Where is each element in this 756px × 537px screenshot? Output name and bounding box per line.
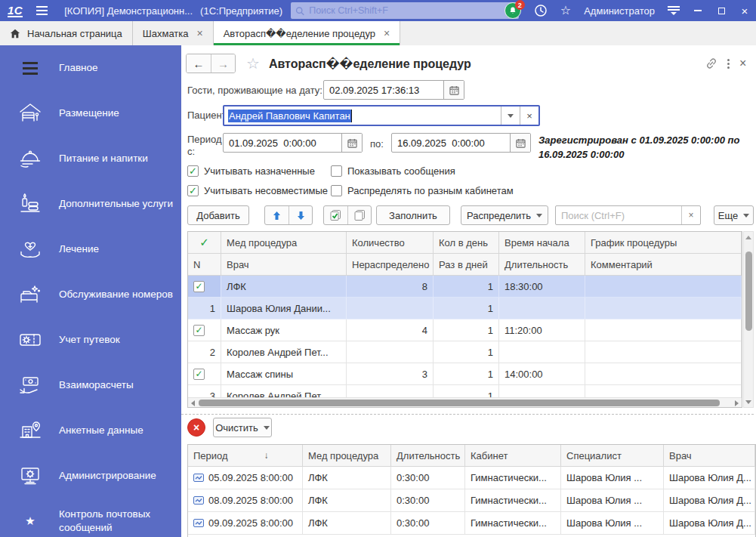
column-header[interactable]: График процедуры: [585, 232, 742, 254]
move-down-button[interactable]: [289, 206, 312, 224]
add-button[interactable]: Добавить: [187, 205, 249, 225]
more-menu-icon[interactable]: [727, 59, 730, 69]
notifications-icon[interactable]: 2: [505, 2, 521, 19]
current-user[interactable]: Администратор: [584, 5, 655, 17]
cell-doctor[interactable]: Шарова Юлия Д...: [664, 512, 755, 535]
vertical-scrollbar[interactable]: [743, 231, 754, 408]
period-from-value[interactable]: 01.09.2025 0:00:00: [224, 137, 341, 149]
more-button[interactable]: Еще: [714, 205, 754, 225]
cell-specialist[interactable]: Шарова Юлия ...: [561, 489, 664, 512]
cell-start-time[interactable]: 18:30:00: [499, 276, 585, 298]
table-row[interactable]: 09.09.2025 8:00:00 ЛФК 0:30:00 Гимнастич…: [188, 512, 755, 535]
move-up-button[interactable]: [265, 206, 289, 224]
close-window-button[interactable]: ×: [739, 5, 750, 16]
patient-field[interactable]: Андрей Павлович Капитан ×: [223, 105, 540, 126]
cell-procedure[interactable]: ЛФК: [303, 512, 391, 535]
cell-procedure[interactable]: ЛФК: [303, 467, 391, 489]
cell-per-day[interactable]: 1: [434, 363, 499, 385]
cell-room[interactable]: Гимнастически...: [465, 489, 561, 512]
cell-comment[interactable]: [585, 341, 742, 363]
checkbox-uchityvat-nesovmestimye[interactable]: Учитывать несовместимые: [187, 185, 328, 196]
scroll-down-icon[interactable]: [744, 397, 753, 406]
cell-duration[interactable]: [499, 341, 585, 363]
scrollbar-thumb[interactable]: [199, 400, 720, 406]
hamburger-menu-icon[interactable]: [36, 6, 48, 15]
sidebar-item-administrirovanie[interactable]: Администрирование: [0, 453, 181, 498]
cell-comment[interactable]: [585, 298, 742, 319]
global-search-input[interactable]: [309, 5, 514, 16]
column-header[interactable]: Период↓: [188, 445, 303, 467]
row-checkbox[interactable]: [193, 325, 205, 336]
cell-doctor[interactable]: Королев Андрей Пет...: [221, 341, 347, 363]
cell-start-time[interactable]: 11:20:00: [499, 319, 585, 341]
column-header[interactable]: N: [188, 254, 221, 276]
row-checkbox[interactable]: [193, 281, 205, 292]
maximize-button[interactable]: [716, 5, 727, 16]
period-to-value[interactable]: 16.09.2025 0:00:00: [392, 137, 510, 149]
minimize-button[interactable]: [693, 5, 703, 16]
column-header[interactable]: Количество: [347, 232, 434, 254]
cell-undistributed[interactable]: [347, 298, 434, 319]
column-header[interactable]: Кабинет: [465, 445, 561, 467]
history-icon[interactable]: [534, 4, 548, 17]
column-header[interactable]: Длительность: [499, 254, 585, 276]
cell-procedure[interactable]: Массаж спины: [221, 363, 347, 385]
scroll-right-icon[interactable]: [732, 398, 742, 408]
sidebar-item-glavnoe[interactable]: Главное: [0, 45, 181, 91]
cell-quantity[interactable]: 3: [347, 363, 434, 385]
cell-specialist[interactable]: Шарова Юлия ...: [561, 512, 664, 535]
cell-number[interactable]: 1: [188, 298, 221, 319]
column-header[interactable]: Комментарий: [585, 254, 742, 276]
column-header[interactable]: Мед процедура: [303, 445, 391, 467]
table-row[interactable]: 2 Королев Андрей Пет... 1: [188, 341, 742, 363]
tab-close-icon[interactable]: ×: [196, 28, 202, 39]
cell-quantity[interactable]: 8: [347, 276, 434, 298]
scroll-up-icon[interactable]: [744, 233, 753, 242]
calendar-icon[interactable]: [443, 81, 464, 99]
guests-date-value[interactable]: 02.09.2025 17:36:13: [324, 85, 443, 96]
search-clear-icon[interactable]: ×: [681, 206, 700, 224]
uncheck-all-button[interactable]: [347, 206, 371, 224]
table-row[interactable]: Массаж рук 4 1 11:20:00: [188, 319, 742, 341]
table-search-input[interactable]: [556, 210, 681, 221]
cell-quantity[interactable]: 4: [347, 319, 434, 341]
cell-doctor[interactable]: Шарова Юлия Дании...: [221, 298, 347, 319]
global-search[interactable]: [291, 2, 519, 19]
column-header[interactable]: Мед процедура: [221, 232, 347, 254]
checkbox-icon[interactable]: [187, 165, 199, 177]
splitter[interactable]: [181, 414, 754, 415]
favorite-star-icon[interactable]: ☆: [246, 54, 260, 73]
cell-schedule[interactable]: [585, 276, 742, 298]
table-search[interactable]: ×: [555, 205, 701, 225]
cell-per-day[interactable]: 1: [434, 319, 499, 341]
checkbox-raspredelyat-po-kabinetam[interactable]: Распределять по разным кабинетам: [331, 185, 514, 196]
row-checkbox[interactable]: [193, 369, 205, 380]
sidebar-item-putevki[interactable]: Учет путевок: [0, 317, 181, 363]
clear-button[interactable]: Очистить: [213, 418, 272, 437]
sidebar-item-uslugi[interactable]: Дополнительные услуги: [0, 181, 181, 227]
tab-shahmatka[interactable]: Шахматка ×: [133, 21, 214, 45]
checkbox-icon[interactable]: [187, 185, 199, 196]
sidebar-item-lechenie[interactable]: Лечение: [0, 227, 181, 272]
sidebar-item-pitanie[interactable]: Питание и напитки: [0, 136, 181, 181]
copy-link-icon[interactable]: [705, 57, 717, 69]
cell-undistributed[interactable]: [347, 341, 434, 363]
calendar-icon[interactable]: [341, 134, 362, 152]
service-menu-icon[interactable]: [668, 6, 680, 15]
fill-button[interactable]: Заполнить: [376, 205, 450, 225]
cell-procedure[interactable]: ЛФК: [303, 489, 391, 512]
calendar-icon[interactable]: [510, 134, 530, 152]
cell-schedule[interactable]: [585, 319, 742, 341]
guests-date-field[interactable]: 02.09.2025 17:36:13: [323, 80, 464, 100]
cell-per-day[interactable]: 1: [434, 276, 499, 298]
distribute-button[interactable]: Распределить: [461, 205, 548, 225]
forward-button[interactable]: →: [211, 54, 235, 73]
cell-schedule[interactable]: [585, 363, 742, 385]
cell-procedure[interactable]: Массаж рук: [221, 319, 347, 341]
column-header[interactable]: Врач: [221, 254, 347, 276]
cell-interval[interactable]: 1: [434, 341, 499, 363]
sidebar-item-vzaimoraschety[interactable]: Взаиморасчеты: [0, 363, 181, 408]
column-header[interactable]: Длительность: [391, 445, 465, 467]
cell-duration[interactable]: 0:30:00: [391, 467, 465, 489]
checkbox-uchityvat-naznachennye[interactable]: Учитывать назначенные: [187, 165, 315, 177]
